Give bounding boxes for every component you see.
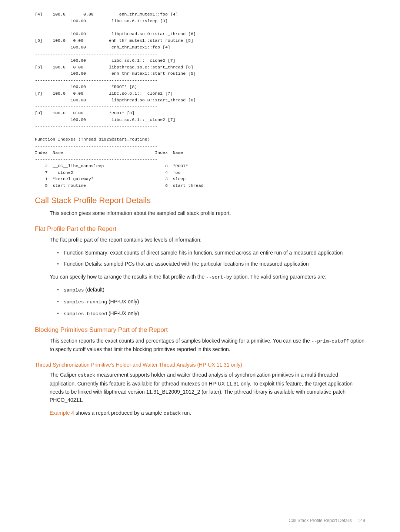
- sort-bullet-list: samples (default) samples-running (HP-UX…: [57, 286, 365, 318]
- flat-bullet-1: Function Summary: exact counts of direct…: [57, 249, 365, 257]
- thread-body-text: measurement supports holder and waiter t…: [50, 372, 353, 403]
- sort-bullet-3: samples-blocked (HP-UX only): [57, 309, 365, 318]
- flat-bullet-list: Function Summary: exact counts of direct…: [57, 249, 365, 268]
- thread-heading: Thread Synchronization Primitive's Holde…: [35, 362, 365, 368]
- example-4-link[interactable]: Example 4: [50, 410, 74, 416]
- page-container: [4] 100.0 0.00 enh_thr_mutex1::foo [4] 1…: [0, 0, 400, 444]
- footer: Call Stack Profile Report Details 149: [289, 518, 365, 523]
- main-heading: Call Stack Profile Report Details: [35, 196, 365, 205]
- thread-example-end: run.: [181, 410, 191, 416]
- flat-heading: Flat Profile Part of the Report: [35, 225, 365, 233]
- thread-example-code: cstack: [163, 411, 181, 416]
- main-intro: This section gives some information abou…: [50, 209, 365, 217]
- sort-bullet-2: samples-running (HP-UX only): [57, 297, 365, 306]
- flat-intro: The flat profile part of the report cont…: [50, 236, 365, 244]
- sort-by-code: --sort-by: [206, 275, 232, 280]
- thread-example-suffix: shows a report produced by a sample: [74, 410, 163, 416]
- sort-by-text-after: option. The valid sorting parameters are…: [232, 274, 326, 280]
- blocking-heading: Blocking Primitives Summary Part of the …: [35, 326, 365, 334]
- thread-body-para: The Caliper cstack measurement supports …: [50, 371, 365, 404]
- code-block-top: [4] 100.0 0.00 enh_thr_mutex1::foo [4] 1…: [35, 11, 365, 189]
- sort-bullet-1: samples (default): [57, 286, 365, 294]
- thread-example-para: Example 4 shows a report produced by a s…: [50, 409, 365, 418]
- flat-bullet-2: Function Details: sampled PCs that are a…: [57, 260, 365, 268]
- thread-code1: cstack: [78, 373, 95, 378]
- blocking-code: --prim-cutoff: [311, 339, 349, 344]
- thread-intro: The Caliper: [50, 372, 78, 378]
- footer-title: Call Stack Profile Report Details: [289, 518, 352, 523]
- blocking-text: This section reports the exact counts an…: [50, 337, 365, 354]
- sort-by-text-before: You can specify how to arrange the resul…: [50, 274, 206, 280]
- blocking-text1: This section reports the exact counts an…: [50, 338, 311, 344]
- footer-page: 149: [358, 518, 365, 523]
- sort-by-para: You can specify how to arrange the resul…: [50, 273, 365, 282]
